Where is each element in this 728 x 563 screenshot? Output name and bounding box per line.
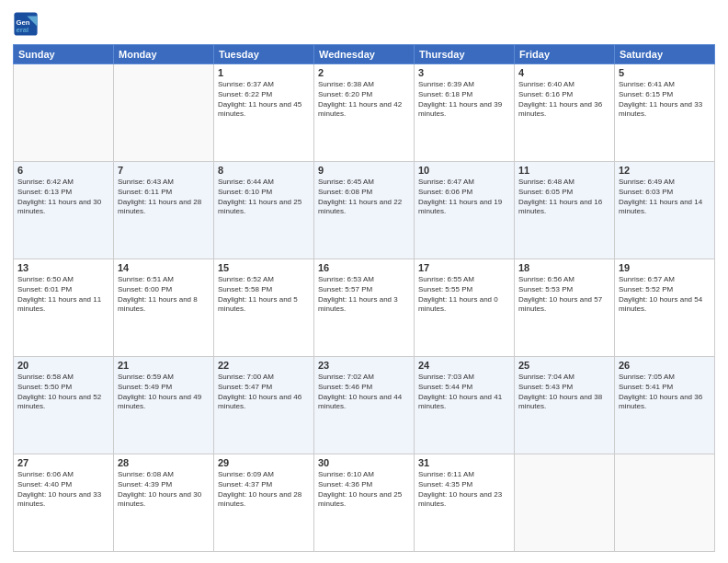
day-info: Sunrise: 6:50 AM Sunset: 6:01 PM Dayligh… (17, 275, 109, 315)
day-number: 24 (418, 360, 510, 371)
calendar-week-1: 1Sunrise: 6:37 AM Sunset: 6:22 PM Daylig… (14, 64, 715, 162)
day-info: Sunrise: 7:05 AM Sunset: 5:41 PM Dayligh… (619, 373, 711, 412)
day-info: Sunrise: 6:42 AM Sunset: 6:13 PM Dayligh… (17, 178, 109, 217)
calendar-cell: 17Sunrise: 6:55 AM Sunset: 5:55 PM Dayli… (415, 259, 515, 357)
calendar-cell: 3Sunrise: 6:39 AM Sunset: 6:18 PM Daylig… (415, 64, 515, 162)
day-info: Sunrise: 6:38 AM Sunset: 6:20 PM Dayligh… (318, 80, 410, 120)
calendar-header-sunday: Sunday (14, 45, 114, 64)
calendar-week-4: 20Sunrise: 6:58 AM Sunset: 5:50 PM Dayli… (14, 357, 715, 454)
day-info: Sunrise: 7:00 AM Sunset: 5:47 PM Dayligh… (218, 373, 310, 412)
day-number: 4 (518, 67, 610, 78)
day-info: Sunrise: 6:10 AM Sunset: 4:36 PM Dayligh… (318, 470, 410, 510)
calendar-cell: 25Sunrise: 7:04 AM Sunset: 5:43 PM Dayli… (515, 357, 615, 454)
calendar-header-saturday: Saturday (615, 45, 715, 64)
day-info: Sunrise: 6:47 AM Sunset: 6:06 PM Dayligh… (418, 178, 510, 217)
day-number: 9 (318, 165, 410, 176)
day-number: 26 (619, 360, 711, 371)
day-number: 5 (619, 67, 711, 78)
calendar-week-5: 27Sunrise: 6:06 AM Sunset: 4:40 PM Dayli… (14, 454, 715, 552)
calendar-cell: 13Sunrise: 6:50 AM Sunset: 6:01 PM Dayli… (14, 259, 114, 357)
logo-icon: Gen eral (13, 11, 39, 37)
day-number: 17 (418, 262, 510, 273)
calendar-cell: 28Sunrise: 6:08 AM Sunset: 4:39 PM Dayli… (114, 454, 214, 552)
day-number: 30 (318, 457, 410, 468)
calendar-header-tuesday: Tuesday (214, 45, 314, 64)
logo: Gen eral (13, 11, 42, 37)
calendar-cell: 19Sunrise: 6:57 AM Sunset: 5:52 PM Dayli… (615, 259, 715, 357)
day-info: Sunrise: 6:55 AM Sunset: 5:55 PM Dayligh… (418, 275, 510, 315)
calendar-header-friday: Friday (515, 45, 615, 64)
day-number: 7 (118, 165, 210, 176)
header: Gen eral (13, 11, 715, 37)
calendar-cell: 20Sunrise: 6:58 AM Sunset: 5:50 PM Dayli… (14, 357, 114, 454)
calendar-cell: 8Sunrise: 6:44 AM Sunset: 6:10 PM Daylig… (214, 162, 314, 259)
calendar-cell: 12Sunrise: 6:49 AM Sunset: 6:03 PM Dayli… (615, 162, 715, 259)
calendar-cell: 27Sunrise: 6:06 AM Sunset: 4:40 PM Dayli… (14, 454, 114, 552)
day-number: 11 (518, 165, 610, 176)
day-info: Sunrise: 6:11 AM Sunset: 4:35 PM Dayligh… (418, 470, 510, 510)
calendar-cell (515, 454, 615, 552)
day-number: 6 (17, 165, 109, 176)
calendar-cell: 18Sunrise: 6:56 AM Sunset: 5:53 PM Dayli… (515, 259, 615, 357)
calendar-cell: 30Sunrise: 6:10 AM Sunset: 4:36 PM Dayli… (314, 454, 415, 552)
day-number: 20 (17, 360, 109, 371)
calendar-cell: 24Sunrise: 7:03 AM Sunset: 5:44 PM Dayli… (415, 357, 515, 454)
calendar-cell: 29Sunrise: 6:09 AM Sunset: 4:37 PM Dayli… (214, 454, 314, 552)
calendar-cell: 21Sunrise: 6:59 AM Sunset: 5:49 PM Dayli… (114, 357, 214, 454)
calendar-cell: 4Sunrise: 6:40 AM Sunset: 6:16 PM Daylig… (515, 64, 615, 162)
calendar-week-3: 13Sunrise: 6:50 AM Sunset: 6:01 PM Dayli… (14, 259, 715, 357)
calendar-header-wednesday: Wednesday (314, 45, 415, 64)
day-info: Sunrise: 6:49 AM Sunset: 6:03 PM Dayligh… (619, 178, 711, 217)
day-number: 15 (218, 262, 310, 273)
calendar-cell: 6Sunrise: 6:42 AM Sunset: 6:13 PM Daylig… (14, 162, 114, 259)
day-number: 14 (118, 262, 210, 273)
day-info: Sunrise: 6:09 AM Sunset: 4:37 PM Dayligh… (218, 470, 310, 510)
day-number: 8 (218, 165, 310, 176)
calendar-cell: 26Sunrise: 7:05 AM Sunset: 5:41 PM Dayli… (615, 357, 715, 454)
calendar-cell: 22Sunrise: 7:00 AM Sunset: 5:47 PM Dayli… (214, 357, 314, 454)
day-number: 16 (318, 262, 410, 273)
day-number: 29 (218, 457, 310, 468)
calendar-cell: 5Sunrise: 6:41 AM Sunset: 6:15 PM Daylig… (615, 64, 715, 162)
calendar-cell: 2Sunrise: 6:38 AM Sunset: 6:20 PM Daylig… (314, 64, 415, 162)
svg-text:eral: eral (17, 26, 29, 34)
day-number: 23 (318, 360, 410, 371)
day-number: 18 (518, 262, 610, 273)
day-info: Sunrise: 6:44 AM Sunset: 6:10 PM Dayligh… (218, 178, 310, 217)
day-info: Sunrise: 6:40 AM Sunset: 6:16 PM Dayligh… (518, 80, 610, 120)
calendar-cell: 14Sunrise: 6:51 AM Sunset: 6:00 PM Dayli… (114, 259, 214, 357)
calendar-header-row: SundayMondayTuesdayWednesdayThursdayFrid… (14, 45, 715, 64)
day-info: Sunrise: 6:37 AM Sunset: 6:22 PM Dayligh… (218, 80, 310, 120)
day-number: 31 (418, 457, 510, 468)
day-number: 21 (118, 360, 210, 371)
day-number: 28 (118, 457, 210, 468)
calendar-header-thursday: Thursday (415, 45, 515, 64)
day-info: Sunrise: 6:51 AM Sunset: 6:00 PM Dayligh… (118, 275, 210, 315)
calendar-cell (114, 64, 214, 162)
calendar-cell: 11Sunrise: 6:48 AM Sunset: 6:05 PM Dayli… (515, 162, 615, 259)
day-info: Sunrise: 6:43 AM Sunset: 6:11 PM Dayligh… (118, 178, 210, 217)
day-info: Sunrise: 6:58 AM Sunset: 5:50 PM Dayligh… (17, 373, 109, 412)
calendar-cell (615, 454, 715, 552)
day-info: Sunrise: 6:56 AM Sunset: 5:53 PM Dayligh… (518, 275, 610, 315)
calendar-cell: 9Sunrise: 6:45 AM Sunset: 6:08 PM Daylig… (314, 162, 415, 259)
calendar-cell: 31Sunrise: 6:11 AM Sunset: 4:35 PM Dayli… (415, 454, 515, 552)
calendar-cell: 15Sunrise: 6:52 AM Sunset: 5:58 PM Dayli… (214, 259, 314, 357)
calendar-table: SundayMondayTuesdayWednesdayThursdayFrid… (13, 44, 715, 552)
calendar-cell (14, 64, 114, 162)
calendar-cell: 1Sunrise: 6:37 AM Sunset: 6:22 PM Daylig… (214, 64, 314, 162)
day-number: 1 (218, 67, 310, 78)
day-info: Sunrise: 6:39 AM Sunset: 6:18 PM Dayligh… (418, 80, 510, 120)
day-info: Sunrise: 7:04 AM Sunset: 5:43 PM Dayligh… (518, 373, 610, 412)
day-number: 3 (418, 67, 510, 78)
day-info: Sunrise: 6:08 AM Sunset: 4:39 PM Dayligh… (118, 470, 210, 510)
day-info: Sunrise: 7:02 AM Sunset: 5:46 PM Dayligh… (318, 373, 410, 412)
calendar-cell: 10Sunrise: 6:47 AM Sunset: 6:06 PM Dayli… (415, 162, 515, 259)
day-number: 22 (218, 360, 310, 371)
calendar-header-monday: Monday (114, 45, 214, 64)
day-number: 10 (418, 165, 510, 176)
day-number: 2 (318, 67, 410, 78)
day-number: 27 (17, 457, 109, 468)
day-info: Sunrise: 6:48 AM Sunset: 6:05 PM Dayligh… (518, 178, 610, 217)
day-number: 12 (619, 165, 711, 176)
